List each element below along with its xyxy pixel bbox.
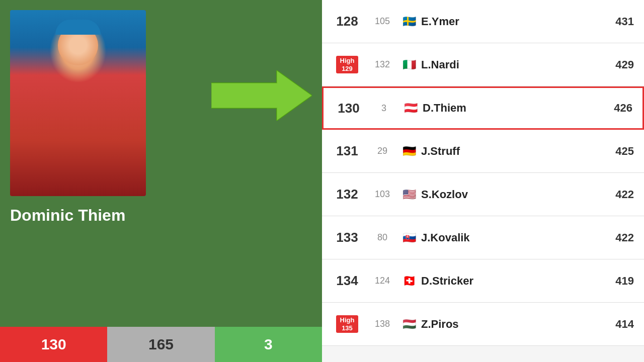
points: 422 [599, 231, 639, 244]
player-info: 🇨🇭 D.Stricker [397, 275, 599, 288]
prev-rank: 29 [367, 146, 397, 156]
flag-icon: 🇺🇸 [403, 188, 416, 201]
flag-icon: 🇸🇪 [403, 15, 416, 28]
player-info: 🇦🇹 D.Thiem [399, 102, 597, 115]
rank-number: 130 [329, 101, 369, 116]
rank-badge-container: High135 [327, 315, 367, 333]
left-panel: Dominic Thiem 130 165 3 [0, 0, 322, 362]
table-row: 131 29 🇩🇪 J.Struff 425 [322, 130, 644, 173]
flag-icon: 🇩🇪 [403, 145, 416, 158]
stat-rank: 130 [0, 327, 107, 362]
points: 425 [599, 145, 639, 158]
points: 419 [599, 275, 639, 288]
table-row: 133 80 🇸🇰 J.Kovalik 422 [322, 216, 644, 259]
player-info: 🇮🇹 L.Nardi [397, 58, 599, 71]
flag-icon: 🇨🇭 [403, 275, 416, 288]
player-name-cell: E.Ymer [421, 15, 459, 28]
rank-number: 133 [327, 230, 367, 245]
prev-rank: 105 [367, 16, 397, 27]
flag-icon: 🇸🇰 [403, 231, 416, 244]
player-info: 🇺🇸 S.Kozlov [397, 188, 599, 201]
player-info: 🇩🇪 J.Struff [397, 145, 599, 158]
player-name-cell: J.Kovalik [421, 231, 470, 244]
player-name-cell: Z.Piros [421, 318, 459, 331]
player-name-cell: J.Struff [421, 145, 460, 158]
player-photo [10, 10, 146, 196]
points: 422 [599, 188, 639, 201]
rankings-panel: 128 105 🇸🇪 E.Ymer 431 High129 132 🇮🇹 L.N… [322, 0, 644, 362]
points: 429 [599, 58, 639, 71]
arrow-area [211, 70, 312, 121]
high-badge: High129 [336, 56, 359, 73]
table-row: High135 138 🇭🇺 Z.Piros 414 [322, 303, 644, 346]
flag-icon: 🇦🇹 [404, 102, 418, 115]
player-info: 🇸🇪 E.Ymer [397, 15, 599, 28]
rank-number: 128 [327, 14, 367, 29]
player-name: Dominic Thiem [10, 206, 125, 225]
svg-marker-1 [211, 70, 312, 121]
player-name-cell: D.Thiem [423, 102, 466, 115]
prev-rank: 80 [367, 232, 397, 243]
table-row: 130 3 🇦🇹 D.Thiem 426 [322, 86, 644, 130]
player-info: 🇭🇺 Z.Piros [397, 318, 599, 331]
rank-number: 131 [327, 143, 367, 159]
points: 426 [597, 102, 637, 115]
player-info: 🇸🇰 J.Kovalik [397, 231, 599, 244]
rank-badge-container: High129 [327, 56, 367, 73]
points: 414 [599, 318, 639, 331]
prev-rank: 138 [367, 319, 397, 329]
arrow-right-icon [211, 70, 312, 121]
table-row: 134 124 🇨🇭 D.Stricker 419 [322, 259, 644, 303]
prev-rank: 132 [367, 59, 397, 70]
rank-number: 132 [327, 187, 367, 202]
table-row: 128 105 🇸🇪 E.Ymer 431 [322, 0, 644, 43]
player-name-cell: L.Nardi [421, 58, 459, 71]
prev-rank: 103 [367, 189, 397, 200]
player-name-cell: S.Kozlov [421, 188, 468, 201]
prev-rank: 124 [367, 276, 397, 286]
flag-icon: 🇮🇹 [403, 58, 416, 71]
high-badge: High135 [336, 315, 359, 333]
stat-extra: 3 [215, 327, 322, 362]
rank-number: 134 [327, 273, 367, 289]
prev-rank: 3 [369, 103, 399, 114]
flag-icon: 🇭🇺 [403, 318, 416, 331]
table-row: 132 103 🇺🇸 S.Kozlov 422 [322, 173, 644, 216]
table-row: High129 132 🇮🇹 L.Nardi 429 [322, 43, 644, 86]
points: 431 [599, 15, 639, 28]
stat-points: 165 [107, 327, 214, 362]
player-name-cell: D.Stricker [421, 275, 473, 288]
bottom-stats: 130 165 3 [0, 327, 322, 362]
